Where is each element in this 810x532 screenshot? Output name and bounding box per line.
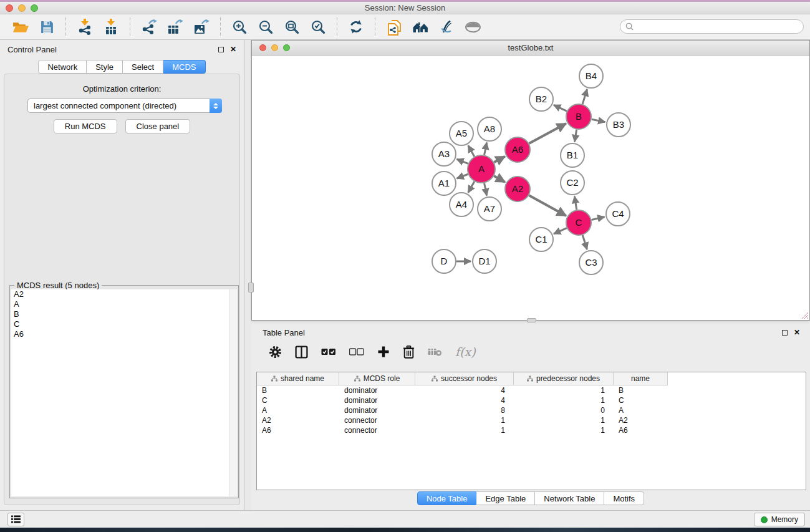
- edge-A6-B[interactable]: [529, 123, 566, 143]
- node-A7[interactable]: A7: [478, 197, 501, 221]
- edge-A-A3[interactable]: [456, 159, 468, 163]
- edge-B-B4[interactable]: [582, 89, 587, 104]
- edge-A-A8[interactable]: [485, 143, 487, 155]
- result-list-item[interactable]: B: [11, 309, 237, 319]
- node-C[interactable]: C: [566, 210, 591, 235]
- result-list-item[interactable]: A2: [11, 289, 237, 299]
- network-minimize-button[interactable]: [271, 44, 278, 51]
- node-B3[interactable]: B3: [607, 113, 630, 137]
- edge-A-A5[interactable]: [468, 145, 475, 157]
- edge-B-B2[interactable]: [554, 105, 567, 111]
- edge-A-A2[interactable]: [494, 176, 505, 182]
- zoom-fit-icon[interactable]: [282, 17, 301, 36]
- table-row[interactable]: Cdominator41C: [257, 395, 806, 405]
- import-network-icon[interactable]: [75, 17, 94, 36]
- export-image-icon[interactable]: [192, 17, 211, 36]
- select-all-columns-icon[interactable]: [321, 348, 336, 355]
- node-B[interactable]: B: [566, 104, 591, 129]
- memory-button[interactable]: Memory: [754, 513, 805, 526]
- task-history-button[interactable]: [7, 513, 24, 526]
- node-B4[interactable]: B4: [579, 64, 603, 88]
- import-table-icon[interactable]: [102, 17, 120, 36]
- export-network-icon[interactable]: [140, 17, 158, 36]
- tab-motifs[interactable]: Motifs: [604, 491, 644, 505]
- zoom-out-icon[interactable]: [256, 17, 275, 36]
- network-zoom-button[interactable]: [283, 44, 290, 51]
- close-panel-icon[interactable]: ✕: [230, 47, 236, 52]
- node-D1[interactable]: D1: [473, 249, 496, 273]
- network-canvas[interactable]: B4B2BB3A5A8A6B1A3AA1C2A2A4A7C4CC1C3DD1: [252, 56, 809, 320]
- close-window-button[interactable]: [6, 4, 13, 12]
- edge-A2-C[interactable]: [529, 195, 566, 216]
- network-window-titlebar[interactable]: testGlobe.txt: [252, 41, 809, 56]
- node-A4[interactable]: A4: [450, 193, 473, 216]
- node-A5[interactable]: A5: [450, 122, 473, 145]
- column-header-name[interactable]: name: [614, 372, 668, 385]
- deselect-all-columns-icon[interactable]: [349, 348, 364, 355]
- edge-C-C4[interactable]: [591, 217, 604, 220]
- column-header-MCDS-role[interactable]: MCDS role: [339, 372, 415, 385]
- zoom-in-icon[interactable]: [230, 17, 249, 36]
- tab-select[interactable]: Select: [123, 60, 163, 74]
- node-A8[interactable]: A8: [478, 117, 501, 141]
- show-columns-icon[interactable]: [295, 346, 308, 359]
- edge-A-A4[interactable]: [468, 181, 475, 193]
- vertical-scrollbar-thumb[interactable]: [248, 283, 254, 293]
- close-table-panel-icon[interactable]: ✕: [794, 330, 800, 336]
- horizontal-scrollbar-thumb[interactable]: [527, 318, 536, 322]
- node-A[interactable]: A: [468, 155, 495, 183]
- node-A2[interactable]: A2: [505, 177, 530, 201]
- node-A1[interactable]: A1: [432, 172, 456, 195]
- node-C4[interactable]: C4: [606, 202, 630, 226]
- result-scrollbar[interactable]: [229, 289, 237, 496]
- edge-B-B3[interactable]: [592, 119, 605, 122]
- first-neighbors-icon[interactable]: [411, 17, 430, 36]
- tab-style[interactable]: Style: [87, 60, 123, 74]
- zoom-selected-icon[interactable]: [309, 17, 327, 36]
- float-panel-icon[interactable]: [218, 47, 224, 52]
- column-header-shared-name[interactable]: shared name: [257, 372, 339, 385]
- table-settings-gear-icon[interactable]: [269, 346, 282, 359]
- node-B2[interactable]: B2: [529, 87, 553, 111]
- tab-network-table[interactable]: Network Table: [535, 491, 604, 505]
- function-builder-icon[interactable]: f(x): [455, 345, 476, 359]
- edge-B-B1[interactable]: [575, 130, 577, 142]
- minimize-window-button[interactable]: [18, 4, 26, 12]
- network-close-button[interactable]: [259, 44, 266, 51]
- apply-layout-icon[interactable]: [347, 17, 365, 36]
- search-input[interactable]: [637, 22, 803, 31]
- result-list-item[interactable]: A: [11, 299, 237, 309]
- export-table-icon[interactable]: [166, 17, 185, 36]
- node-A6[interactable]: A6: [505, 137, 530, 162]
- result-list-item[interactable]: C: [11, 319, 237, 329]
- edge-C-C3[interactable]: [582, 235, 587, 249]
- table-row[interactable]: Bdominator41B: [257, 385, 806, 395]
- window-resize-grip[interactable]: [801, 311, 809, 319]
- delete-table-icon[interactable]: [428, 347, 442, 357]
- open-file-icon[interactable]: [11, 17, 30, 36]
- table-row[interactable]: Adominator80A: [257, 405, 806, 415]
- criterion-dropdown[interactable]: largest connected component (directed): [27, 99, 222, 113]
- node-C2[interactable]: C2: [561, 171, 584, 195]
- node-C1[interactable]: C1: [529, 228, 553, 251]
- edge-A-A6[interactable]: [494, 157, 504, 162]
- close-panel-button[interactable]: Close panel: [125, 119, 191, 133]
- create-column-icon[interactable]: [377, 346, 390, 358]
- delete-column-icon[interactable]: [403, 346, 415, 359]
- run-mcds-button[interactable]: Run MCDS: [54, 119, 117, 133]
- table-row[interactable]: A2connector11A2: [257, 415, 806, 425]
- tab-node-table[interactable]: Node Table: [417, 491, 477, 505]
- result-list-item[interactable]: A6: [11, 329, 237, 339]
- search-field[interactable]: [620, 19, 804, 34]
- table-row[interactable]: A6connector11A6: [257, 425, 806, 435]
- node-C3[interactable]: C3: [579, 251, 603, 274]
- node-B1[interactable]: B1: [561, 143, 584, 167]
- show-overview-icon[interactable]: [463, 17, 482, 36]
- tab-mcds[interactable]: MCDS: [163, 60, 205, 74]
- edge-C-C2[interactable]: [574, 196, 576, 210]
- column-header-successor-nodes[interactable]: successor nodes: [415, 372, 514, 385]
- node-D[interactable]: D: [432, 249, 456, 273]
- save-session-icon[interactable]: [37, 17, 56, 36]
- edge-C-C1[interactable]: [554, 228, 567, 234]
- tab-network[interactable]: Network: [38, 60, 87, 74]
